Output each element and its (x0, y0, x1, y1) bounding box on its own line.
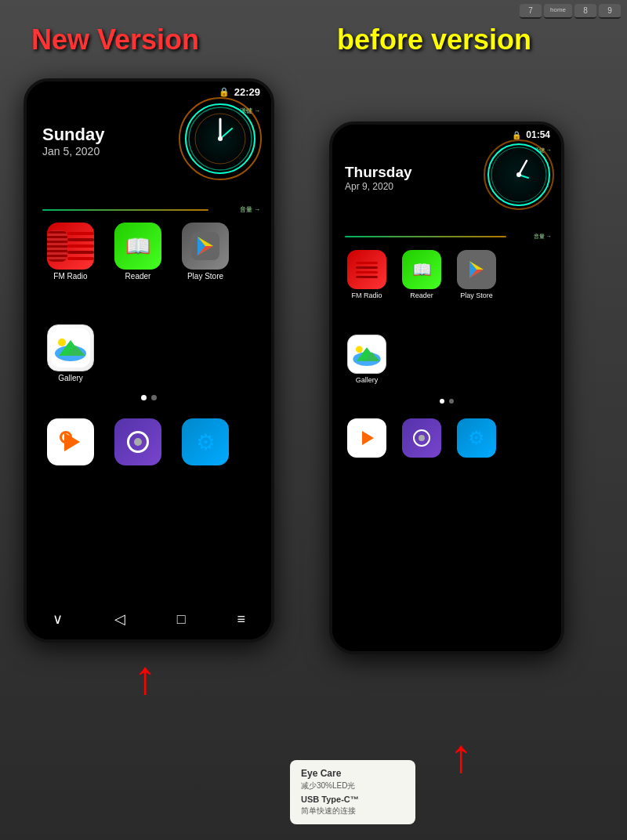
phone-before-screen: 🔒 01:54 电源键 → Thursday Apr 9, 2020 音量 → (332, 125, 561, 651)
app-gallery-new[interactable]: Gallery (42, 324, 99, 382)
eye-icon-before (402, 418, 441, 458)
day-name-new: Sunday (42, 125, 104, 145)
page-dots-before (440, 399, 454, 404)
phone-new-screen: 🔒 22:29 电源键 → (27, 81, 271, 639)
app-video-new[interactable] (42, 418, 99, 468)
fm-radio-label-new: FM Radio (53, 272, 87, 281)
clock-widget-new (185, 103, 256, 174)
svg-point-27 (356, 346, 363, 353)
nav-down-new[interactable]: ∨ (53, 610, 63, 628)
app-video-before[interactable] (343, 418, 390, 458)
volume-label-new: 音量 → (240, 205, 260, 214)
phone-before: 🔒 01:54 电源键 → Thursday Apr 9, 2020 音量 → (329, 121, 564, 654)
gallery-label-before: Gallery (356, 376, 379, 384)
time-before: 01:54 (526, 129, 550, 140)
dot-1-new (141, 395, 147, 400)
keyboard-top-row: 7 home 8 9 (513, 0, 627, 23)
bottom-card-line2: 减少30%LED光 (301, 780, 404, 791)
fm-radio-label-before: FM Radio (351, 291, 382, 299)
play-triangle-before (362, 431, 374, 445)
app-reader-new[interactable]: Reader (110, 223, 166, 281)
key-7: 7 (520, 4, 542, 19)
nav-menu-new[interactable]: ≡ (237, 611, 245, 628)
volume-bar-before (345, 236, 506, 237)
arrow-new: ↑ (133, 650, 157, 704)
svg-point-14 (58, 339, 66, 346)
page-dots-new (141, 395, 157, 400)
reader-label-before: Reader (410, 291, 433, 299)
eye-icon-new (114, 418, 161, 465)
app-settings-before[interactable]: ⚙ (453, 418, 500, 458)
playstore-label-new: Play Store (187, 272, 223, 281)
volume-label-before: 音量 → (534, 233, 552, 241)
app-eye-before[interactable] (398, 418, 445, 458)
gallery-icon-new (47, 324, 94, 371)
volume-bar-new (42, 209, 208, 211)
app-settings-new[interactable]: ⚙ (177, 418, 234, 468)
eye-circle-icon-new (127, 431, 149, 453)
app-fm-radio-new[interactable]: FM Radio (42, 223, 99, 281)
nav-home-new[interactable]: □ (177, 611, 186, 628)
bottom-card-line1: Eye Care (301, 768, 404, 779)
fm-radio-icon-new (47, 223, 94, 270)
app-grid-row1-before: FM Radio 📖 Reader Play Store (343, 250, 500, 299)
app-gallery-before[interactable]: Gallery (343, 335, 390, 384)
app-eye-new[interactable] (110, 418, 166, 468)
settings-icon-new: ⚙ (182, 418, 229, 465)
before-version-label: before version (337, 24, 531, 56)
video-icon-before (347, 418, 386, 458)
svg-point-4 (218, 136, 223, 141)
app-playstore-before[interactable]: Play Store (453, 250, 500, 299)
app-fm-radio-before[interactable]: FM Radio (343, 250, 390, 299)
app-reader-before[interactable]: 📖 Reader (398, 250, 445, 299)
playstore-label-before: Play Store (460, 291, 493, 299)
fm-radio-icon-before (347, 250, 386, 289)
dot-2-before (449, 399, 454, 404)
dot-1-before (440, 399, 444, 404)
key-8: 8 (574, 4, 596, 19)
app-grid-row2-new: Gallery (42, 324, 99, 382)
nav-back-new[interactable]: ◁ (114, 610, 125, 628)
phone-new: 🔒 22:29 电源键 → (24, 78, 274, 643)
video-icon-new (47, 418, 94, 465)
bottom-card-line3: USB Type-C™ (301, 795, 404, 804)
gallery-icon-before (347, 335, 386, 374)
key-home: home (544, 4, 572, 19)
clock-face-new (185, 103, 256, 174)
bottom-card-line4: 简单快速的连接 (301, 806, 404, 816)
reader-icon-before: 📖 (402, 250, 441, 289)
date-area-before: Thursday Apr 9, 2020 (345, 164, 412, 192)
bottom-card: Eye Care 减少30%LED光 USB Type-C™ 简单快速的连接 (290, 760, 415, 824)
app-grid-row1-new: FM Radio Reader Play Store (42, 223, 234, 281)
date-area-new: Sunday Jan 5, 2020 (42, 125, 104, 158)
clock-widget-before (487, 143, 550, 206)
time-new: 22:29 (234, 86, 260, 98)
nav-bar-new: ∨ ◁ □ ≡ (27, 599, 271, 639)
gallery-label-new: Gallery (58, 374, 83, 382)
key-9: 9 (599, 4, 621, 19)
app-grid-row3-new: ⚙ (42, 418, 234, 468)
reader-label-new: Reader (125, 272, 151, 281)
gear-icon-before: ⚙ (468, 427, 485, 449)
app-playstore-new[interactable]: Play Store (177, 223, 234, 281)
day-name-before: Thursday (345, 164, 412, 181)
app-grid-row2-before: Gallery (343, 335, 390, 384)
battery-icon-new: 🔒 (219, 87, 230, 97)
reader-icon-new (114, 223, 161, 270)
app-grid-row3-before: ⚙ (343, 418, 500, 458)
dot-2-new (151, 395, 157, 400)
arrow-before: ↑ (449, 729, 473, 783)
settings-icon-before: ⚙ (457, 418, 496, 458)
date-str-new: Jan 5, 2020 (42, 145, 104, 158)
gear-icon-new: ⚙ (196, 429, 216, 455)
battery-icon-before: 🔒 (512, 131, 521, 139)
playstore-icon-new (182, 223, 229, 270)
playstore-icon-before (457, 250, 496, 289)
new-version-label: New Version (31, 24, 199, 56)
date-str-before: Apr 9, 2020 (345, 181, 412, 192)
